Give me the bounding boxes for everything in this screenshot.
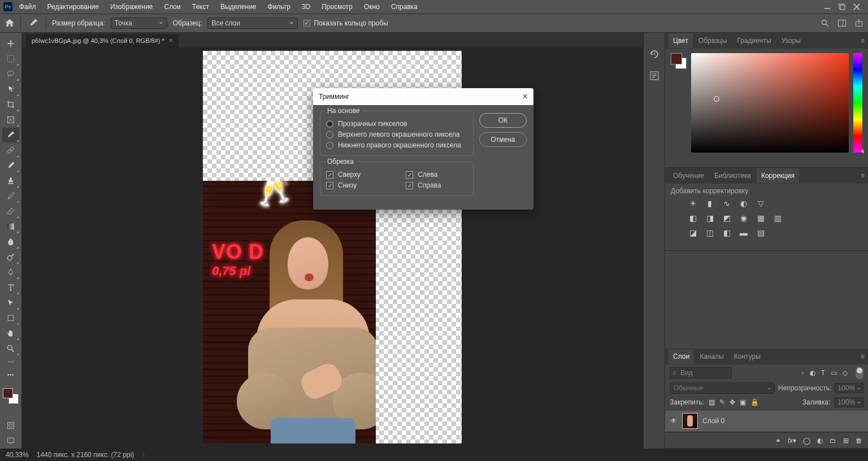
tab-libraries[interactable]: Библиотеки — [710, 168, 756, 183]
adj-posterize-icon[interactable]: ◫ — [705, 228, 715, 238]
adj-threshold-icon[interactable]: ◧ — [722, 228, 732, 238]
menu-image[interactable]: Изображение — [106, 1, 158, 12]
tab-learn[interactable]: Обучение — [669, 168, 709, 183]
tab-adjustments[interactable]: Коррекция — [757, 168, 799, 183]
adj-colorbalance-icon[interactable]: ◨ — [705, 213, 715, 223]
sample-size-dropdown[interactable]: Точка — [111, 18, 167, 29]
minimize-icon[interactable] — [824, 3, 831, 10]
lock-artboard-icon[interactable]: ▣ — [740, 398, 746, 406]
tab-gradients[interactable]: Градиенты — [732, 33, 775, 48]
layer-fx-icon[interactable]: fx▾ — [788, 437, 796, 445]
group-icon[interactable]: 🗀 — [830, 437, 836, 445]
tab-channels[interactable]: Каналы — [695, 349, 728, 364]
menu-file[interactable]: Файл — [15, 1, 41, 12]
new-layer-icon[interactable]: ⊞ — [843, 437, 849, 445]
lock-pixels-icon[interactable]: ✎ — [719, 398, 725, 406]
lock-all-icon[interactable]: 🔒 — [750, 398, 759, 406]
filter-adjust-icon[interactable]: ◐ — [810, 369, 815, 377]
menu-3d[interactable]: 3D — [297, 1, 315, 12]
hand-tool[interactable] — [2, 326, 19, 341]
checkbox-right[interactable] — [406, 182, 413, 189]
delete-layer-icon[interactable]: 🗑 — [856, 437, 862, 445]
type-tool[interactable] — [2, 280, 19, 295]
adj-channelmixer-icon[interactable]: ▦ — [756, 213, 766, 223]
adj-hue-icon[interactable]: ◧ — [688, 213, 698, 223]
adj-gradmap-icon[interactable]: ▬ — [739, 228, 749, 238]
filter-toggle[interactable] — [856, 367, 863, 379]
screenmode-icon[interactable] — [2, 433, 19, 448]
panel-menu-icon[interactable]: ≡ — [861, 353, 865, 360]
color-swatch[interactable] — [671, 53, 687, 69]
menu-layer[interactable]: Слои — [160, 1, 185, 12]
menu-window[interactable]: Окно — [359, 1, 384, 12]
maximize-icon[interactable] — [839, 3, 845, 10]
radio-bottomright[interactable] — [326, 142, 333, 149]
adj-bw-icon[interactable]: ◩ — [722, 213, 732, 223]
close-icon[interactable] — [853, 3, 860, 10]
marquee-tool[interactable] — [2, 51, 19, 66]
history-brush-tool[interactable] — [2, 189, 19, 203]
menu-filter[interactable]: Фильтр — [263, 1, 295, 12]
opacity-input[interactable]: 100% — [835, 383, 863, 393]
dialog-close-icon[interactable]: × — [523, 92, 528, 102]
ok-button[interactable]: ОК — [479, 113, 527, 128]
show-ring-checkbox[interactable]: ✓ — [303, 20, 310, 27]
fill-input[interactable]: 100% — [835, 397, 863, 407]
search-icon[interactable] — [821, 19, 830, 28]
workspace-icon[interactable] — [837, 19, 847, 28]
filter-shape-icon[interactable]: ▭ — [831, 369, 837, 377]
adj-colorlookup-icon[interactable]: ▥ — [772, 213, 783, 223]
layer-filter-dropdown[interactable]: Вид — [670, 367, 732, 379]
eraser-tool[interactable] — [2, 204, 19, 219]
lock-position-icon[interactable]: ✥ — [730, 398, 735, 406]
gradient-tool[interactable] — [2, 219, 19, 234]
frame-tool[interactable] — [2, 112, 19, 127]
healing-tool[interactable] — [2, 143, 19, 158]
radio-topleft[interactable] — [326, 131, 333, 138]
sample-layers-dropdown[interactable]: Все слои — [207, 18, 298, 29]
eyedropper-tool[interactable] — [2, 128, 19, 142]
statusbar-menu-icon[interactable]: 〉 — [142, 450, 149, 460]
adj-exposure-icon[interactable]: ◐ — [739, 198, 749, 208]
stamp-tool[interactable] — [2, 173, 19, 188]
move-tool[interactable] — [2, 36, 19, 51]
quick-select-tool[interactable] — [2, 82, 19, 97]
tab-swatches[interactable]: Образцы — [694, 33, 731, 48]
hue-slider[interactable] — [853, 53, 862, 153]
properties-icon[interactable] — [649, 70, 660, 81]
menu-type[interactable]: Текст — [188, 1, 214, 12]
quickmask-icon[interactable] — [2, 418, 19, 433]
panel-menu-icon[interactable]: ≡ — [861, 37, 865, 45]
blend-mode-dropdown[interactable]: Обычные — [670, 382, 775, 394]
checkbox-left[interactable] — [406, 171, 413, 179]
document-tab[interactable]: p6Iwc1vBGpA.jpg @ 40,3% (Слой 0, RGB/8#)… — [26, 34, 179, 47]
home-icon[interactable] — [5, 18, 15, 28]
menu-edit[interactable]: Редактирование — [43, 1, 103, 12]
tab-layers[interactable]: Слои — [669, 349, 694, 364]
edit-toolbar-icon[interactable] — [2, 367, 19, 382]
lock-transparency-icon[interactable]: ▨ — [709, 398, 715, 406]
color-swatches[interactable] — [3, 388, 19, 404]
tool-preset-icon[interactable] — [27, 16, 40, 30]
crop-tool[interactable] — [2, 97, 19, 112]
layer-name[interactable]: Слой 0 — [702, 417, 724, 425]
layer-mask-icon[interactable]: ◯ — [803, 437, 810, 445]
panel-menu-icon[interactable]: ≡ — [861, 172, 865, 180]
dodge-tool[interactable] — [2, 250, 19, 264]
layer-item[interactable]: 👁 Слой 0 — [665, 411, 868, 431]
pen-tool[interactable] — [2, 265, 19, 280]
adj-levels-icon[interactable]: ▮ — [705, 198, 715, 208]
blur-tool[interactable] — [2, 234, 19, 249]
filter-smart-icon[interactable]: ◇ — [843, 369, 848, 377]
adj-vibrance-icon[interactable]: ▽ — [756, 198, 766, 208]
menu-help[interactable]: Справка — [387, 1, 422, 12]
adjustment-layer-icon[interactable]: ◐ — [817, 437, 823, 445]
tab-patterns[interactable]: Узоры — [777, 33, 805, 48]
layer-thumbnail[interactable] — [682, 413, 698, 429]
adj-invert-icon[interactable]: ◪ — [688, 228, 698, 238]
adj-brightness-icon[interactable]: ☀ — [688, 198, 698, 208]
brush-tool[interactable] — [2, 158, 19, 173]
menu-select[interactable]: Выделение — [216, 1, 261, 12]
color-picker-field[interactable] — [691, 53, 849, 153]
zoom-tool[interactable] — [2, 341, 19, 356]
